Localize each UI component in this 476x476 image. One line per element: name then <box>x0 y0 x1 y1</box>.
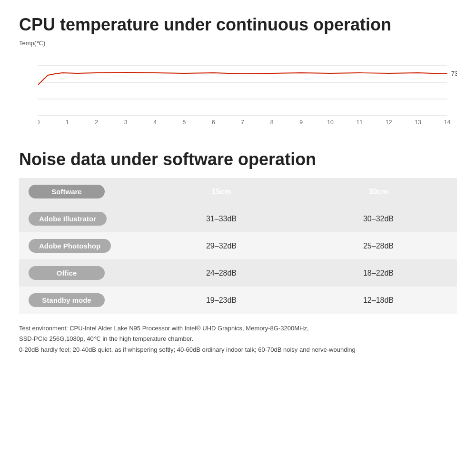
table-row: Office 24–28dB 18–22dB <box>19 259 457 287</box>
svg-text:73: 73 <box>451 70 457 77</box>
svg-text:9: 9 <box>299 119 303 125</box>
val-15cm: 24–28dB <box>143 259 300 287</box>
svg-text:14: 14 <box>444 119 451 125</box>
svg-text:8: 8 <box>270 119 274 125</box>
software-cell: Adobe Photoshop <box>19 232 143 259</box>
svg-text:7: 7 <box>241 119 244 125</box>
cpu-chart-title: CPU temperature under continuous operati… <box>19 14 457 35</box>
svg-text:10: 10 <box>327 119 334 125</box>
footnote-line2: SSD-PCIe 256G,1080p, 40℃ in the high tem… <box>19 334 457 344</box>
val-30cm: 30–32dB <box>300 205 457 232</box>
svg-text:12: 12 <box>386 119 392 125</box>
noise-table: Software 15cm 30cm Adobe Illustrator 31–… <box>19 178 457 314</box>
svg-text:0: 0 <box>38 119 40 125</box>
chart-svg-container: 90 60 30 0 0 1 2 3 4 5 6 7 8 9 10 11 12 … <box>38 49 457 125</box>
software-pill: Adobe Illustrator <box>29 212 107 226</box>
software-header-pill: Software <box>29 185 105 198</box>
table-row: Adobe Illustrator 31–33dB 30–32dB <box>19 205 457 232</box>
svg-text:5: 5 <box>183 119 186 125</box>
chart-svg: 90 60 30 0 0 1 2 3 4 5 6 7 8 9 10 11 12 … <box>38 49 457 125</box>
svg-text:6: 6 <box>212 119 215 125</box>
val-15cm: 31–33dB <box>143 205 300 232</box>
software-cell: Standby mode <box>19 287 143 314</box>
footnote-line1: Test environment: CPU-Intel Alder Lake N… <box>19 323 457 334</box>
noise-title: Noise data under software operation <box>19 149 457 169</box>
software-pill: Office <box>29 266 105 280</box>
svg-text:4: 4 <box>153 119 157 125</box>
software-pill: Standby mode <box>29 293 105 307</box>
cpu-chart-area: Temp(℃) 90 60 30 0 0 1 2 3 4 5 6 7 <box>19 40 457 139</box>
val-30cm: 18–22dB <box>300 259 457 287</box>
software-cell: Adobe Illustrator <box>19 205 143 232</box>
svg-text:2: 2 <box>95 119 98 125</box>
val-30cm: 12–18dB <box>300 287 457 314</box>
table-row: Adobe Photoshop 29–32dB 25–28dB <box>19 232 457 259</box>
svg-text:13: 13 <box>415 119 421 125</box>
table-header-row: Software 15cm 30cm <box>19 178 457 205</box>
table-row: Standby mode 19–23dB 12–18dB <box>19 287 457 314</box>
footnote-line3: 0-20dB hardly feel; 20-40dB quiet, as if… <box>19 345 457 355</box>
y-axis-label: Temp(℃) <box>19 40 45 47</box>
svg-text:11: 11 <box>357 119 363 125</box>
val-15cm: 29–32dB <box>143 232 300 259</box>
col-header-30cm: 30cm <box>300 178 457 205</box>
val-30cm: 25–28dB <box>300 232 457 259</box>
software-pill: Adobe Photoshop <box>29 239 111 253</box>
val-15cm: 19–23dB <box>143 287 300 314</box>
svg-text:3: 3 <box>124 119 128 125</box>
software-cell: Office <box>19 259 143 287</box>
col-header-15cm: 15cm <box>143 178 300 205</box>
noise-section: Noise data under software operation Soft… <box>19 149 457 314</box>
svg-text:1: 1 <box>66 119 69 125</box>
col-header-software: Software <box>19 178 143 205</box>
footnote: Test environment: CPU-Intel Alder Lake N… <box>19 323 457 355</box>
